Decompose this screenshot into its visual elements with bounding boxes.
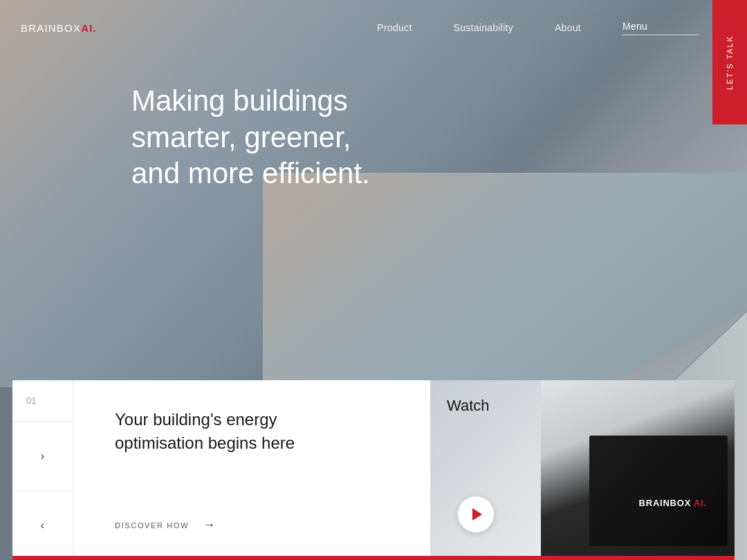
video-panel: Watch BRAINBOX AI. xyxy=(430,380,735,560)
lets-talk-label: LET'S TALK xyxy=(726,35,734,90)
video-background: Watch BRAINBOX AI. xyxy=(430,380,735,560)
logo-text-brainbox: BRAINBOX xyxy=(21,22,81,34)
nav-link-about[interactable]: About xyxy=(555,22,581,33)
hero-content: Making buildings smarter, greener, and m… xyxy=(131,83,394,192)
hero-title: Making buildings smarter, greener, and m… xyxy=(131,83,394,192)
slide-number: 01 xyxy=(12,380,73,422)
panel-center: Your building's energy optimisation begi… xyxy=(73,380,430,560)
next-arrow-button[interactable]: › xyxy=(12,422,73,492)
device-body: BRAINBOX AI. xyxy=(589,436,728,546)
discover-how-button[interactable]: DISCOVER HOW → xyxy=(115,518,389,532)
play-button[interactable] xyxy=(458,496,494,532)
discover-label: DISCOVER HOW xyxy=(115,521,189,530)
nav-link-product[interactable]: Product xyxy=(377,22,412,33)
chevron-left-icon: ‹ xyxy=(41,519,44,532)
logo[interactable]: BRAINBOX AI. xyxy=(21,22,97,34)
bottom-panel: 01 › ‹ Your building's energy optimisati… xyxy=(12,380,735,560)
panel-heading: Your building's energy optimisation begi… xyxy=(115,408,357,454)
watch-label: Watch xyxy=(447,397,490,415)
nav-menu[interactable]: Menu xyxy=(622,21,699,35)
nav-links: Product Sustainability About Menu xyxy=(377,21,699,35)
chevron-right-icon: › xyxy=(41,450,44,463)
red-accent-strip xyxy=(12,556,735,560)
nav-menu-label: Menu xyxy=(622,21,699,32)
panel-controls: 01 › ‹ xyxy=(12,380,73,560)
device-illustration: BRAINBOX AI. xyxy=(541,380,735,560)
play-icon xyxy=(472,508,482,521)
device-logo-main: BRAINBOX xyxy=(639,498,692,508)
nav-link-sustainability[interactable]: Sustainability xyxy=(454,22,513,33)
logo-text-ai: AI. xyxy=(81,22,97,34)
lets-talk-button[interactable]: LET'S TALK xyxy=(712,0,747,124)
navbar: BRAINBOX AI. Product Sustainability Abou… xyxy=(0,0,719,55)
device-logo-ai: AI. xyxy=(691,498,707,508)
device-logo: BRAINBOX AI. xyxy=(639,498,707,508)
nav-menu-underline xyxy=(622,35,699,35)
arrow-right-icon: → xyxy=(203,518,215,532)
prev-arrow-button[interactable]: ‹ xyxy=(12,492,73,561)
